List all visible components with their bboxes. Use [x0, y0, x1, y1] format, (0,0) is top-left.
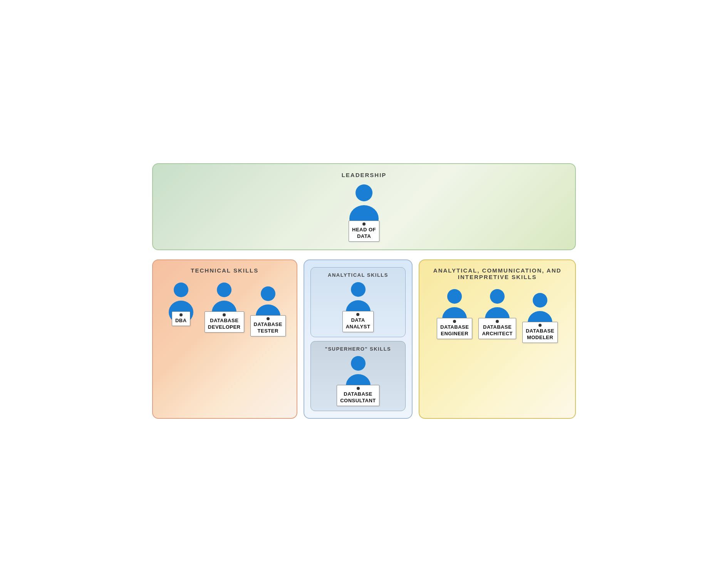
svg-point-16	[533, 293, 547, 308]
svg-point-0	[356, 184, 372, 201]
analytical-sub-section: ANALYTICAL SKILLS DATAANALYST	[310, 267, 406, 337]
main-container: LEADERSHIP HEAD OFDATA TECHNICAL SKILLS	[152, 163, 576, 418]
svg-point-4	[217, 283, 231, 297]
svg-point-8	[351, 282, 366, 297]
analytical-skills-section: ANALYTICAL SKILLS DATAANALYST "SUPERHERO…	[304, 259, 413, 419]
database-consultant-label: DATABASECONSULTANT	[337, 385, 379, 406]
database-developer-label: DATABASEDEVELOPER	[205, 311, 244, 333]
interpretive-content: DATABASEENGINEER DATABASEARCHITECT	[437, 287, 558, 343]
technical-title: TECHNICAL SKILLS	[191, 267, 258, 274]
head-of-data-label: HEAD OFDATA	[349, 221, 379, 242]
database-engineer-label: DATABASEENGINEER	[437, 318, 472, 339]
dba-label: DBA	[172, 311, 190, 326]
svg-point-12	[447, 289, 462, 304]
svg-point-10	[351, 356, 366, 371]
data-analyst-figure: DATAANALYST	[341, 280, 376, 332]
head-of-data-figure: HEAD OFDATA	[343, 182, 385, 242]
leadership-title: LEADERSHIP	[342, 172, 387, 178]
analytical-sub-title: ANALYTICAL SKILLS	[328, 272, 388, 278]
database-consultant-figure: DATABASECONSULTANT	[337, 354, 379, 406]
svg-point-2	[174, 283, 188, 297]
database-architect-figure: DATABASEARCHITECT	[478, 287, 516, 343]
database-engineer-figure: DATABASEENGINEER	[437, 287, 472, 343]
interpretive-title: ANALYTICAL, COMMUNICATION, ANDINTERPRETI…	[433, 267, 562, 280]
dba-figure: DBA	[164, 281, 198, 336]
database-tester-figure: DATABASETESTER	[250, 284, 286, 336]
svg-point-14	[490, 289, 505, 304]
database-modeler-label: DATABASEMODELER	[522, 322, 558, 343]
superhero-sub-section: "SUPERHERO" SKILLS DATABASECONSULTANT	[310, 341, 406, 411]
database-developer-figure: DATABASEDEVELOPER	[205, 281, 244, 336]
leadership-section: LEADERSHIP HEAD OFDATA	[152, 163, 576, 250]
interpretive-skills-section: ANALYTICAL, COMMUNICATION, ANDINTERPRETI…	[419, 259, 576, 419]
svg-point-6	[261, 286, 275, 301]
data-analyst-label: DATAANALYST	[342, 311, 374, 332]
technical-skills-section: TECHNICAL SKILLS DBA DATABASEDEV	[152, 259, 297, 419]
database-architect-label: DATABASEARCHITECT	[478, 318, 516, 339]
database-modeler-figure: DATABASEMODELER	[522, 291, 558, 343]
superhero-title: "SUPERHERO" SKILLS	[325, 346, 391, 352]
bottom-row: TECHNICAL SKILLS DBA DATABASEDEV	[152, 259, 576, 419]
technical-content: DBA DATABASEDEVELOPER DATABASE	[164, 281, 286, 336]
database-tester-label: DATABASETESTER	[250, 315, 286, 336]
